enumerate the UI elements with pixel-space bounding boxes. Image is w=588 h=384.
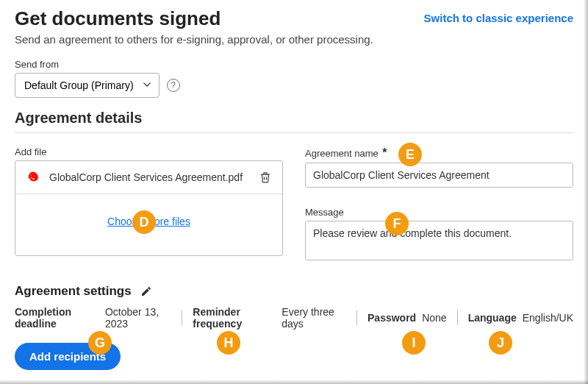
send-from-value: Default Group (Primary) [24, 79, 134, 91]
add-recipients-button[interactable]: Add recipients [15, 343, 121, 370]
agreement-settings-row: Completion deadline October 13, 2023 Rem… [15, 306, 573, 330]
chevron-down-icon [143, 79, 151, 91]
page-subtitle: Send an agreement to others for e-signin… [15, 33, 373, 46]
send-from-select[interactable]: Default Group (Primary) [15, 73, 159, 98]
trash-icon[interactable] [259, 171, 272, 184]
decorative-shadow [584, 0, 588, 384]
message-textarea[interactable] [305, 221, 573, 260]
file-name: GlobalCorp Client Services Agreement.pdf [49, 171, 259, 183]
agreement-settings-heading: Agreement settings [15, 284, 132, 299]
password-label: Password [368, 312, 416, 324]
language-value: English/UK [523, 312, 573, 324]
message-label: Message [305, 207, 573, 218]
divider [15, 132, 573, 133]
pencil-icon[interactable] [140, 285, 152, 297]
marker-j: J [489, 331, 512, 355]
language-label: Language [468, 312, 517, 324]
separator [356, 310, 357, 325]
agreement-details-heading: Agreement details [15, 110, 573, 127]
page-title: Get documents signed [15, 7, 373, 30]
help-icon[interactable]: ? [167, 79, 180, 92]
password-value: None [422, 312, 446, 324]
required-star-icon: * [382, 146, 387, 159]
marker-h: H [217, 331, 240, 355]
marker-i: I [402, 331, 426, 355]
reminder-label: Reminder frequency [193, 306, 276, 330]
choose-more-files-link[interactable]: Choose more files [107, 216, 190, 227]
deadline-label: Completion deadline [15, 306, 99, 330]
switch-classic-link[interactable]: Switch to classic experience [424, 7, 573, 24]
agreement-name-input[interactable] [305, 163, 573, 188]
separator [457, 310, 458, 325]
deadline-value: October 13, 2023 [105, 306, 171, 330]
separator [182, 310, 182, 325]
file-dropzone[interactable]: GlobalCorp Client Services Agreement.pdf… [15, 160, 283, 256]
send-from-label: Send from [15, 59, 573, 70]
reminder-value: Every three days [282, 306, 346, 330]
add-file-label: Add file [15, 146, 283, 157]
agreement-name-label: Agreement name * [305, 146, 573, 160]
file-row: GlobalCorp Client Services Agreement.pdf [15, 161, 282, 194]
pdf-icon [26, 170, 40, 185]
decorative-shadow [0, 380, 588, 384]
